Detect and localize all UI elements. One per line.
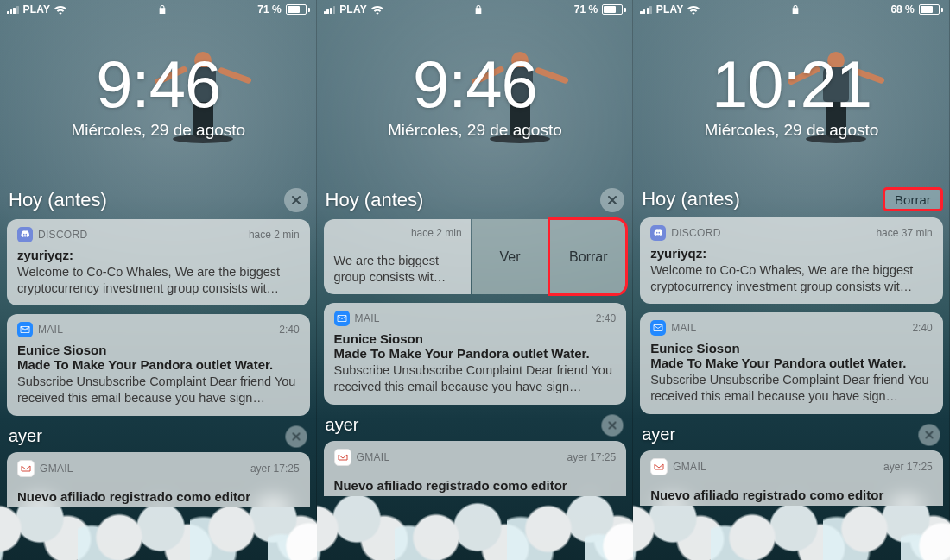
- clock-time: 9:46: [317, 52, 634, 117]
- battery-icon: [602, 4, 626, 15]
- clear-all-pill[interactable]: Borrar: [884, 189, 941, 210]
- wifi-icon: [371, 4, 383, 15]
- phone-0: PLAY 71 % 9:46 Miércoles, 29 de agosto H…: [0, 0, 317, 560]
- clock-date: Miércoles, 29 de agosto: [633, 121, 950, 140]
- section-header-yesterday: ayer: [326, 413, 625, 437]
- notification-subject: Made To Make Your Pandora outlet Water.: [334, 346, 617, 361]
- status-bar: PLAY 71 %: [0, 0, 317, 19]
- notification-subject: Made To Make Your Pandora outlet Water.: [17, 357, 300, 372]
- phone-1: PLAY 71 % 9:46 Miércoles, 29 de agosto H…: [317, 0, 634, 560]
- section-header-yesterday: ayer: [642, 423, 941, 447]
- clock-time: 9:46: [0, 52, 317, 117]
- mail-icon: [334, 311, 350, 326]
- clock-date: Miércoles, 29 de agosto: [317, 121, 634, 140]
- clear-section-button[interactable]: [602, 414, 624, 436]
- battery-percentage: 71 %: [257, 3, 281, 16]
- notification-body: Subscribe Unsubscribe Complaint Dear fri…: [17, 374, 300, 406]
- wifi-icon: [54, 4, 66, 15]
- clock-time: 10:21: [633, 52, 950, 117]
- section-header-today: Hoy (antes): [326, 188, 625, 212]
- notification-app-name: DISCORD: [671, 227, 720, 239]
- notification-discord[interactable]: DISCORD hace 37 min zyuriyqz: Welcome to…: [640, 217, 943, 304]
- swipe-action-view[interactable]: Ver: [472, 219, 548, 294]
- gmail-icon: [17, 460, 35, 477]
- notification-app-name: GMAIL: [673, 461, 706, 473]
- gmail-icon: [650, 458, 668, 475]
- status-bar: PLAY 68 %: [633, 0, 950, 19]
- notification-subject: Nuevo afiliado registrado como editor: [17, 489, 300, 504]
- clear-section-button[interactable]: [600, 188, 624, 212]
- notification-sender: zyuriyqz:: [17, 248, 300, 262]
- notification-age: 2:40: [596, 312, 616, 324]
- clear-section-button[interactable]: [285, 425, 307, 447]
- notification-gmail[interactable]: GMAIL ayer 17:25 Nuevo afiliado registra…: [7, 452, 310, 507]
- notification-gmail[interactable]: GMAIL ayer 17:25 Nuevo afiliado registra…: [324, 441, 627, 496]
- lock-icon: [700, 4, 890, 15]
- section-title: ayer: [642, 425, 675, 444]
- clear-section-button[interactable]: [284, 188, 308, 212]
- notification-sender: Eunice Sioson: [17, 343, 300, 357]
- signal-bars-icon: [324, 5, 336, 14]
- notification-discord-swiped[interactable]: hace 2 min We are the biggest group cons…: [324, 219, 627, 294]
- notification-app-name: GMAIL: [40, 462, 73, 475]
- notification-age: ayer 17:25: [567, 451, 616, 463]
- notification-center[interactable]: Hoy (antes) hace 2 min We are the bigges…: [317, 188, 634, 560]
- notification-body: We are the biggest group consists wit…: [334, 253, 462, 286]
- notification-gmail[interactable]: GMAIL ayer 17:25 Nuevo afiliado registra…: [640, 450, 943, 506]
- notification-body: Welcome to Co-Co Whales, We are the bigg…: [650, 262, 933, 295]
- notification-age: hace 2 min: [411, 227, 462, 239]
- section-title: Hoy (antes): [642, 188, 740, 211]
- notification-app-name: MAIL: [671, 322, 696, 334]
- section-title: Hoy (antes): [326, 189, 424, 211]
- notification-mail[interactable]: MAIL 2:40 Eunice Sioson Made To Make You…: [640, 312, 943, 413]
- battery-percentage: 68 %: [890, 3, 914, 16]
- lock-icon: [66, 4, 257, 15]
- notification-center[interactable]: Hoy (antes) Borrar DISCORD hace 37 min z…: [633, 188, 950, 560]
- mail-icon: [17, 322, 33, 337]
- discord-icon: [17, 227, 33, 242]
- status-bar: PLAY 71 %: [317, 0, 634, 19]
- notification-discord[interactable]: DISCORD hace 2 min zyuriyqz: Welcome to …: [7, 219, 310, 305]
- section-header-yesterday: ayer: [9, 425, 308, 449]
- section-title: ayer: [326, 415, 359, 435]
- signal-bars-icon: [640, 5, 652, 14]
- battery-icon: [286, 4, 310, 15]
- carrier-label: PLAY: [23, 3, 51, 16]
- clock-date: Miércoles, 29 de agosto: [0, 121, 317, 140]
- notification-mail[interactable]: MAIL 2:40 Eunice Sioson Made To Make You…: [324, 303, 627, 404]
- carrier-label: PLAY: [339, 3, 367, 16]
- battery-icon: [919, 4, 943, 15]
- notification-mail[interactable]: MAIL 2:40 Eunice Sioson Made To Make You…: [7, 314, 310, 415]
- battery-fill: [288, 6, 300, 13]
- notification-app-name: GMAIL: [357, 451, 390, 463]
- swipe-action-clear[interactable]: Borrar: [549, 219, 626, 294]
- discord-icon: [650, 225, 666, 241]
- lock-icon: [383, 4, 574, 15]
- carrier-label: PLAY: [656, 3, 684, 16]
- notification-app-name: MAIL: [355, 312, 380, 324]
- section-header-today: Hoy (antes): [9, 188, 308, 212]
- notification-discord-clipped[interactable]: hace 2 min We are the biggest group cons…: [324, 219, 471, 294]
- notification-body: Welcome to Co-Co Whales, We are the bigg…: [17, 264, 300, 297]
- notification-body: Subscribe Unsubscribe Complaint Dear fri…: [334, 362, 617, 395]
- wifi-icon: [687, 4, 700, 15]
- notification-age: hace 2 min: [249, 229, 300, 241]
- lock-clock: 10:21 Miércoles, 29 de agosto: [633, 52, 950, 140]
- signal-bars-icon: [7, 5, 19, 14]
- clear-section-button[interactable]: [918, 424, 940, 445]
- notification-subject: Nuevo afiliado registrado como editor: [334, 478, 617, 493]
- battery-percentage: 71 %: [574, 3, 598, 16]
- lock-clock: 9:46 Miércoles, 29 de agosto: [0, 52, 317, 140]
- notification-center[interactable]: Hoy (antes) DISCORD hace 2 min zyuriyqz:…: [0, 188, 317, 560]
- section-title: Hoy (antes): [9, 189, 107, 211]
- notification-subject: Made To Make Your Pandora outlet Water.: [650, 356, 933, 370]
- notification-age: hace 37 min: [876, 227, 932, 239]
- mail-icon: [650, 320, 666, 336]
- notification-sender: Eunice Sioson: [650, 341, 933, 356]
- notification-app-name: MAIL: [38, 324, 63, 336]
- notification-app-name: DISCORD: [38, 229, 87, 241]
- triptych: PLAY 71 % 9:46 Miércoles, 29 de agosto H…: [0, 0, 950, 560]
- notification-age: 2:40: [279, 324, 299, 336]
- notification-subject: Nuevo afiliado registrado como editor: [650, 488, 933, 502]
- notification-body: Subscribe Unsubscribe Complaint Dear fri…: [650, 372, 933, 405]
